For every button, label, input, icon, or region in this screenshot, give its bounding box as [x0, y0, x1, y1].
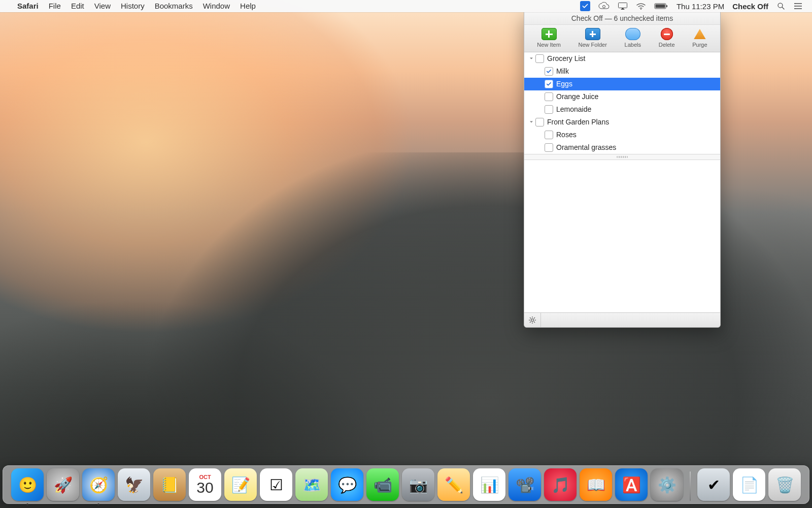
dock-system-preferences[interactable]: ⚙️ — [651, 468, 683, 501]
delete-button[interactable]: Delete — [659, 28, 675, 48]
dock-maps[interactable]: 🗺️ — [295, 468, 328, 501]
dock-safari[interactable]: 🧭 — [82, 468, 115, 501]
item-row[interactable]: Eggs — [524, 78, 720, 90]
dock-itunes[interactable]: 🎵 — [544, 468, 577, 501]
folder-checkbox[interactable] — [535, 118, 544, 126]
quick-entry-input[interactable] — [541, 313, 720, 327]
menu-view[interactable]: View — [89, 0, 116, 12]
item-checkbox[interactable] — [545, 143, 553, 152]
svg-point-13 — [794, 8, 795, 9]
dock-trash[interactable]: 🗑️ — [768, 468, 801, 501]
airplay-icon[interactable] — [614, 0, 632, 12]
dock-pdf-doc[interactable]: 📄 — [733, 468, 765, 501]
item-row[interactable]: Orange Juice — [524, 90, 720, 103]
itunes-icon: 🎵 — [551, 476, 570, 494]
checkoff-tree[interactable]: Grocery ListMilkEggsOrange JuiceLemonaid… — [524, 52, 720, 154]
ibooks-icon: 📖 — [587, 476, 605, 494]
safari-icon: 🧭 — [89, 476, 108, 494]
svg-line-22 — [530, 322, 531, 323]
menu-edit[interactable]: Edit — [66, 0, 89, 12]
menu-history[interactable]: History — [116, 0, 150, 12]
disclosure-triangle-icon[interactable] — [528, 119, 534, 125]
dock-pages[interactable]: ✏️ — [437, 468, 470, 501]
dock-numbers[interactable]: 📊 — [473, 468, 505, 501]
menu-bar: Safari File Edit View History Bookmarks … — [0, 0, 812, 12]
cloud-sync-icon[interactable] — [594, 0, 614, 12]
new-item-button[interactable]: New Item — [537, 28, 560, 48]
appstore-icon: 🅰️ — [622, 476, 641, 494]
menu-file[interactable]: File — [44, 0, 66, 12]
notification-center-icon[interactable] — [790, 0, 807, 12]
menubar-extra-app[interactable]: Check Off — [728, 0, 772, 12]
item-label: Eggs — [556, 80, 572, 88]
dock-mail[interactable]: 🦅 — [118, 468, 150, 501]
item-checkbox[interactable] — [545, 67, 553, 76]
dock-checkoff-app[interactable]: ✔︎ — [697, 468, 730, 501]
item-checkbox[interactable] — [545, 131, 553, 139]
launchpad-icon: 🚀 — [54, 476, 73, 494]
battery-icon[interactable] — [650, 0, 672, 12]
mail-icon: 🦅 — [125, 476, 144, 494]
dock-facetime[interactable]: 📹 — [366, 468, 399, 501]
folder-plus-icon — [585, 28, 600, 40]
spotlight-icon[interactable] — [772, 0, 790, 12]
new-folder-button[interactable]: New Folder — [579, 28, 607, 48]
pages-icon: ✏️ — [445, 476, 463, 494]
checkoff-title: Check Off — 6 unchecked items — [524, 12, 720, 25]
dock-appstore[interactable]: 🅰️ — [615, 468, 648, 501]
numbers-icon: 📊 — [480, 476, 499, 494]
menubar-clock[interactable]: Thu 11:23 PM — [672, 0, 728, 12]
svg-point-14 — [531, 319, 534, 322]
checkoff-menubar-icon[interactable] — [576, 0, 594, 12]
facetime-icon: 📹 — [374, 476, 392, 494]
dock-messages[interactable]: 💬 — [331, 468, 363, 501]
photobooth-icon: 📷 — [409, 476, 428, 494]
note-pane-splitter[interactable] — [524, 154, 720, 160]
folder-label: Grocery List — [547, 54, 585, 62]
dock: 🙂🚀🧭🦅📒OCT30📝☑︎🗺️💬📹📷✏️📊📽️🎵📖🅰️⚙️✔︎📄🗑️ — [3, 465, 809, 504]
purge-button[interactable]: Purge — [692, 28, 707, 48]
reminders-icon: ☑︎ — [269, 476, 283, 494]
item-row[interactable]: Lemonaide — [524, 103, 720, 116]
active-app-name[interactable]: Safari — [12, 0, 44, 12]
dock-calendar[interactable]: OCT30 — [189, 468, 221, 501]
dock-keynote[interactable]: 📽️ — [509, 468, 541, 501]
item-row[interactable]: Milk — [524, 65, 720, 78]
maps-icon: 🗺️ — [302, 476, 321, 494]
labels-label: Labels — [625, 42, 641, 48]
labels-button[interactable]: Labels — [625, 28, 641, 48]
dock-ibooks[interactable]: 📖 — [580, 468, 612, 501]
dock-launchpad[interactable]: 🚀 — [47, 468, 79, 501]
dock-notes[interactable]: 📝 — [224, 468, 257, 501]
disclosure-triangle-icon[interactable] — [528, 55, 534, 61]
folder-row[interactable]: Front Garden Plans — [524, 116, 720, 129]
keynote-icon: 📽️ — [516, 476, 534, 494]
menu-bookmarks[interactable]: Bookmarks — [150, 0, 198, 12]
folder-label: Front Garden Plans — [547, 118, 609, 126]
note-pane[interactable] — [524, 160, 720, 312]
dock-contacts[interactable]: 📒 — [153, 468, 186, 501]
item-label: Roses — [556, 131, 577, 139]
dock-finder[interactable]: 🙂 — [11, 468, 44, 501]
checkoff-app-icon: ✔︎ — [707, 476, 720, 494]
menu-window[interactable]: Window — [198, 0, 235, 12]
new-folder-label: New Folder — [579, 42, 607, 48]
svg-rect-5 — [666, 5, 667, 7]
svg-rect-4 — [655, 5, 665, 8]
dock-reminders[interactable]: ☑︎ — [260, 468, 292, 501]
menu-help[interactable]: Help — [235, 0, 261, 12]
finder-icon: 🙂 — [18, 476, 37, 494]
item-checkbox[interactable] — [545, 105, 553, 114]
item-checkbox[interactable] — [545, 80, 553, 88]
item-row[interactable]: Oramental grasses — [524, 141, 720, 154]
item-label: Oramental grasses — [556, 143, 616, 151]
item-checkbox[interactable] — [545, 92, 553, 101]
svg-rect-1 — [618, 3, 627, 8]
settings-button[interactable] — [524, 313, 541, 327]
item-row[interactable]: Roses — [524, 129, 720, 141]
wifi-icon[interactable] — [632, 0, 650, 12]
svg-line-20 — [534, 322, 535, 323]
dock-photobooth[interactable]: 📷 — [402, 468, 434, 501]
folder-checkbox[interactable] — [535, 54, 544, 63]
folder-row[interactable]: Grocery List — [524, 52, 720, 65]
